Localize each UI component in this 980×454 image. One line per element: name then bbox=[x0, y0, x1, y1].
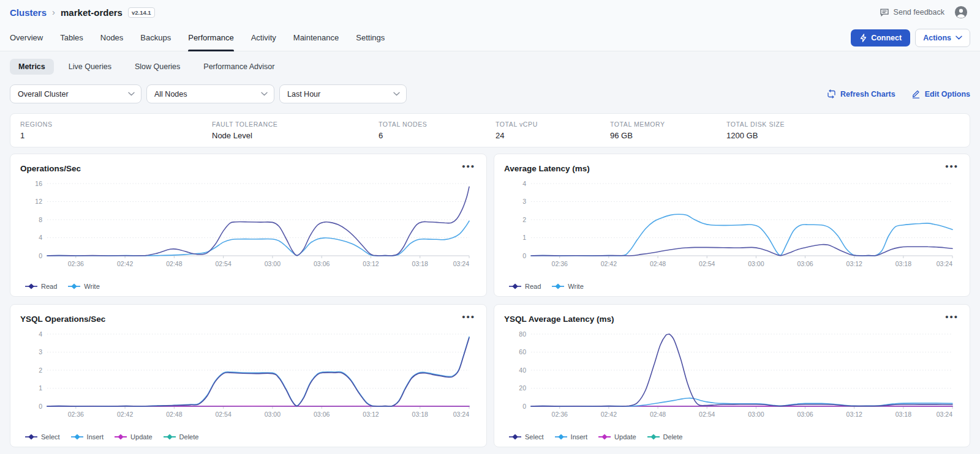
tab-performance[interactable]: Performance bbox=[188, 24, 233, 51]
chart-title: Average Latency (ms) bbox=[504, 164, 590, 173]
chart-menu-button[interactable]: ••• bbox=[944, 163, 960, 174]
series-marker-icon bbox=[68, 283, 80, 289]
stat-total-memory: TOTAL MEMORY96 GB bbox=[610, 121, 726, 140]
series-label: Read bbox=[525, 283, 541, 290]
series-label: Delete bbox=[663, 433, 683, 441]
svg-text:03:18: 03:18 bbox=[412, 260, 428, 267]
legend-item-insert[interactable]: Insert bbox=[555, 433, 588, 441]
legend-item-delete[interactable]: Delete bbox=[164, 433, 199, 441]
svg-text:03:00: 03:00 bbox=[265, 411, 281, 418]
cluster-scope-select[interactable]: Overall Cluster bbox=[10, 84, 141, 103]
svg-text:02:36: 02:36 bbox=[552, 260, 568, 267]
chart-menu-button[interactable]: ••• bbox=[461, 313, 477, 324]
actions-button[interactable]: Actions bbox=[915, 29, 970, 47]
svg-text:02:36: 02:36 bbox=[68, 411, 84, 418]
stat-total-disk: TOTAL DISK SIZE1200 GB bbox=[726, 121, 960, 140]
series-marker-icon bbox=[555, 434, 567, 440]
chevron-down-icon bbox=[128, 92, 135, 96]
svg-text:03:12: 03:12 bbox=[363, 260, 379, 267]
svg-text:03:24: 03:24 bbox=[937, 260, 952, 267]
svg-text:03:00: 03:00 bbox=[748, 260, 764, 267]
series-label: Select bbox=[41, 433, 60, 441]
series-label: Insert bbox=[87, 433, 104, 441]
svg-text:4: 4 bbox=[39, 330, 42, 338]
series-label: Update bbox=[130, 433, 152, 441]
svg-text:02:36: 02:36 bbox=[552, 411, 568, 418]
svg-text:3: 3 bbox=[39, 348, 42, 355]
legend-item-read[interactable]: Read bbox=[25, 283, 57, 290]
tab-activity[interactable]: Activity bbox=[251, 24, 276, 51]
svg-text:03:18: 03:18 bbox=[895, 411, 911, 418]
series-marker-icon bbox=[25, 283, 37, 289]
svg-text:2: 2 bbox=[39, 367, 42, 374]
stat-regions: REGIONS1 bbox=[20, 121, 212, 140]
user-avatar[interactable] bbox=[954, 6, 968, 19]
legend-item-update[interactable]: Update bbox=[598, 433, 636, 441]
nodes-select[interactable]: All Nodes bbox=[146, 84, 274, 103]
tab-settings[interactable]: Settings bbox=[356, 24, 385, 51]
tab-overview[interactable]: Overview bbox=[10, 24, 43, 51]
svg-text:03:12: 03:12 bbox=[846, 260, 862, 267]
edit-options-button[interactable]: Edit Options bbox=[911, 89, 970, 99]
svg-text:02:42: 02:42 bbox=[117, 260, 133, 267]
svg-text:03:18: 03:18 bbox=[412, 411, 428, 418]
legend-item-write[interactable]: Write bbox=[552, 283, 583, 290]
chart-legend: ReadWrite bbox=[20, 279, 477, 290]
svg-text:02:48: 02:48 bbox=[166, 411, 182, 418]
series-label: Delete bbox=[179, 433, 199, 441]
legend-item-select[interactable]: Select bbox=[509, 433, 544, 441]
svg-text:2: 2 bbox=[522, 216, 526, 223]
tab-nodes[interactable]: Nodes bbox=[100, 24, 124, 51]
chart-menu-button[interactable]: ••• bbox=[461, 163, 477, 174]
series-marker-icon bbox=[71, 434, 83, 440]
svg-text:8: 8 bbox=[39, 216, 42, 223]
tab-backups[interactable]: Backups bbox=[140, 24, 171, 51]
series-label: Update bbox=[614, 433, 636, 441]
filter-row: Overall Cluster All Nodes Last Hour Refr… bbox=[0, 80, 980, 111]
svg-text:03:06: 03:06 bbox=[797, 260, 813, 267]
svg-text:4: 4 bbox=[39, 234, 42, 241]
subtab-slow-queries[interactable]: Slow Queries bbox=[126, 59, 189, 75]
refresh-charts-button[interactable]: Refresh Charts bbox=[827, 89, 895, 99]
series-marker-icon bbox=[598, 434, 611, 440]
legend-item-delete[interactable]: Delete bbox=[647, 433, 683, 441]
send-feedback-label: Send feedback bbox=[894, 8, 944, 17]
average-latency-plot: 0123402:3602:4202:4802:5403:0003:0603:12… bbox=[504, 177, 960, 279]
legend-item-select[interactable]: Select bbox=[25, 433, 60, 441]
svg-text:0: 0 bbox=[522, 403, 526, 410]
svg-text:02:36: 02:36 bbox=[68, 260, 84, 267]
chart-legend: SelectInsertUpdateDelete bbox=[20, 430, 477, 441]
chart-card-operations-sec: Operations/Sec ••• 048121602:3602:4202:4… bbox=[10, 154, 487, 297]
subtab-performance-advisor[interactable]: Performance Advisor bbox=[195, 59, 283, 75]
legend-item-insert[interactable]: Insert bbox=[71, 433, 104, 441]
operations-sec-plot: 048121602:3602:4202:4802:5403:0003:0603:… bbox=[20, 177, 477, 279]
svg-text:03:00: 03:00 bbox=[265, 260, 281, 267]
version-badge: v2.14.1 bbox=[128, 7, 155, 18]
svg-text:0: 0 bbox=[39, 252, 42, 259]
subtab-live-queries[interactable]: Live Queries bbox=[60, 59, 120, 75]
svg-text:02:42: 02:42 bbox=[601, 260, 617, 267]
charts-grid: Operations/Sec ••• 048121602:3602:4202:4… bbox=[0, 154, 980, 447]
chart-title: YSQL Operations/Sec bbox=[20, 314, 105, 324]
breadcrumb-clusters-link[interactable]: Clusters bbox=[10, 7, 47, 18]
series-marker-icon bbox=[115, 434, 127, 440]
svg-text:1: 1 bbox=[39, 384, 42, 392]
series-label: Select bbox=[525, 433, 544, 441]
subtab-metrics[interactable]: Metrics bbox=[10, 59, 54, 75]
send-feedback-button[interactable]: Send feedback bbox=[880, 7, 944, 17]
time-range-select[interactable]: Last Hour bbox=[279, 84, 407, 103]
tab-tables[interactable]: Tables bbox=[60, 24, 83, 51]
series-marker-icon bbox=[552, 283, 564, 289]
lightning-icon bbox=[859, 34, 867, 42]
chart-menu-button[interactable]: ••• bbox=[944, 313, 960, 324]
legend-item-write[interactable]: Write bbox=[68, 283, 99, 290]
series-marker-icon bbox=[509, 283, 521, 289]
tab-maintenance[interactable]: Maintenance bbox=[293, 24, 339, 51]
stat-total-vcpu: TOTAL vCPU24 bbox=[496, 121, 610, 140]
svg-text:80: 80 bbox=[519, 330, 526, 338]
connect-button[interactable]: Connect bbox=[851, 29, 910, 47]
legend-item-read[interactable]: Read bbox=[509, 283, 541, 290]
svg-text:1: 1 bbox=[522, 234, 526, 241]
legend-item-update[interactable]: Update bbox=[115, 433, 152, 441]
svg-text:12: 12 bbox=[35, 198, 42, 205]
